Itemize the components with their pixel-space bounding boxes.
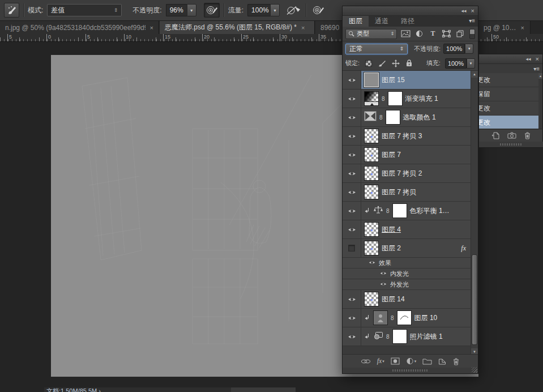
tab-close-icon[interactable]: ×: [301, 24, 305, 31]
layer-visibility-cell[interactable]: [343, 164, 361, 182]
scroll-up-button[interactable]: ▲: [538, 73, 542, 79]
layer-thumbnail[interactable]: [364, 292, 379, 306]
document-tab[interactable]: n.jpg @ 50% (9a482531840dcb535990eef99d9…: [0, 21, 159, 34]
selective-color-icon[interactable]: [364, 111, 377, 123]
layer-row-content[interactable]: 8照片滤镜 1: [361, 327, 471, 346]
tab-close-icon[interactable]: ×: [521, 24, 524, 31]
layer-name[interactable]: 图层 2: [382, 244, 401, 253]
filter-smart-objects-button[interactable]: [455, 29, 465, 39]
lock-transparency-button[interactable]: [364, 59, 373, 68]
close-panel-icon[interactable]: ×: [536, 56, 539, 62]
layer-name[interactable]: 照片滤镜 1: [410, 332, 443, 342]
new-snapshot-button[interactable]: [507, 132, 516, 139]
delete-state-button[interactable]: [524, 131, 531, 139]
blend-mode-select[interactable]: 差值 ⇕: [47, 4, 122, 16]
lock-all-button[interactable]: [405, 59, 414, 68]
filter-pixel-layers-button[interactable]: [400, 29, 411, 39]
layer-row[interactable]: 图层 14: [343, 290, 471, 309]
layer-row-content[interactable]: 图层 15: [361, 71, 471, 89]
flow-value[interactable]: 100%: [247, 4, 270, 16]
layer-row[interactable]: 图层 7 拷贝: [343, 183, 471, 202]
filter-adjustment-layers-button[interactable]: [414, 29, 425, 39]
layer-row[interactable]: 8 图层 10: [343, 309, 471, 327]
layer-row[interactable]: 8渐变填充 1: [343, 90, 471, 108]
layer-row[interactable]: 8照片滤镜 1: [343, 327, 471, 346]
scroll-thumb[interactable]: [472, 254, 477, 345]
layer-row[interactable]: 8色彩平衡 1…: [343, 202, 471, 220]
panel-resize-handle[interactable]: [479, 142, 543, 147]
layer-row[interactable]: 图层 7: [343, 146, 471, 164]
mask-link-icon[interactable]: 8: [391, 315, 394, 321]
layer-row[interactable]: 图层 4: [343, 220, 471, 239]
layer-row-content[interactable]: 图层 14: [361, 290, 471, 308]
layer-name[interactable]: 图层 7 拷贝: [382, 188, 416, 197]
dropdown-button[interactable]: ▾: [465, 44, 473, 54]
panel-menu-icon[interactable]: ▾≡: [533, 66, 540, 72]
layer-row[interactable]: 图层 2fx: [343, 239, 471, 258]
layer-fill-combo[interactable]: 100% ▾: [445, 58, 475, 69]
layer-row-content[interactable]: 8选取颜色 1: [361, 108, 471, 126]
dropdown-button[interactable]: ▾: [270, 4, 280, 16]
link-layers-button[interactable]: [361, 358, 371, 365]
layer-thumbnail[interactable]: [364, 147, 379, 162]
tool-preset-picker[interactable]: [4, 3, 19, 18]
delete-layer-button[interactable]: [452, 357, 460, 365]
opacity-combo[interactable]: 96% ▾: [166, 4, 196, 16]
effect-visibility-toggle[interactable]: [380, 270, 387, 277]
layer-name[interactable]: 图层 7 拷贝 3: [382, 131, 422, 141]
lock-pixels-button[interactable]: [378, 59, 387, 68]
layer-name[interactable]: 图层 15: [382, 75, 405, 85]
panel-tab-channels[interactable]: 通道: [369, 16, 395, 27]
layer-row-content[interactable]: 图层 7 拷贝: [361, 183, 471, 201]
layer-row-content[interactable]: 图层 7: [361, 146, 471, 164]
layer-opacity-combo[interactable]: 100% ▾: [443, 44, 473, 54]
layer-mask-thumbnail[interactable]: [392, 203, 407, 218]
layer-thumbnail[interactable]: [364, 222, 379, 237]
layer-visibility-cell[interactable]: [343, 71, 361, 89]
pressure-size-button[interactable]: [310, 3, 326, 18]
collapse-panel-icon[interactable]: ◂◂: [526, 56, 531, 62]
mask-link-icon[interactable]: 8: [386, 208, 390, 214]
effect-visibility-toggle[interactable]: [369, 259, 375, 266]
layer-name[interactable]: 图层 7 拷贝 2: [382, 169, 422, 178]
panel-tab-layers[interactable]: 图层: [343, 16, 369, 27]
panel-menu-icon[interactable]: ▾≡: [469, 18, 475, 24]
layer-name[interactable]: 色彩平衡 1…: [410, 206, 450, 216]
layer-row-content[interactable]: 8渐变填充 1: [361, 90, 471, 108]
layer-thumbnail[interactable]: [364, 185, 379, 199]
history-state-row[interactable]: 更改: [479, 101, 540, 116]
layer-mask-thumbnail[interactable]: [392, 329, 407, 344]
layer-blend-mode-select[interactable]: 正常 ⇕: [345, 44, 408, 54]
filter-type-layers-button[interactable]: T: [427, 29, 438, 39]
layer-row-content[interactable]: 图层 7 拷贝 3: [361, 127, 471, 145]
history-state-row[interactable]: 保留: [479, 87, 540, 101]
layer-mask-thumbnail[interactable]: [386, 110, 400, 125]
filter-shape-layers-button[interactable]: [441, 29, 452, 39]
layer-thumbnail[interactable]: [373, 310, 388, 325]
layer-visibility-cell[interactable]: [343, 90, 361, 108]
layer-name[interactable]: 图层 14: [382, 295, 405, 304]
panel-resize-handle[interactable]: [343, 368, 478, 373]
panel-tab-paths[interactable]: 路径: [395, 16, 421, 27]
new-document-from-state-button[interactable]: [491, 132, 500, 139]
history-state-row[interactable]: 更改: [479, 73, 540, 87]
layer-row[interactable]: 图层 7 拷贝 2: [343, 164, 471, 183]
layer-visibility-cell[interactable]: [343, 239, 361, 257]
history-state-row[interactable]: 更改: [479, 116, 540, 130]
panel-resize-grip[interactable]: [472, 367, 477, 373]
layer-row-content[interactable]: 图层 2fx: [361, 239, 471, 257]
scroll-up-button[interactable]: ▲: [471, 71, 478, 78]
layer-thumbnail[interactable]: [364, 73, 379, 87]
layer-fill-value[interactable]: 100%: [445, 58, 467, 69]
filter-type-select[interactable]: 类型 ⇕: [345, 29, 397, 39]
layer-visibility-cell[interactable]: [343, 309, 361, 327]
document-tab[interactable]: 恶魔法师.psd @ 55.6% (图层 15, RGB/8#) *×: [160, 21, 315, 34]
layer-name[interactable]: 图层 10: [414, 313, 438, 323]
gradient-fill-thumbnail[interactable]: [364, 91, 379, 106]
layer-name[interactable]: 图层 7: [382, 150, 401, 160]
layer-effect-row[interactable]: 效果: [343, 258, 471, 269]
add-layer-mask-button[interactable]: [391, 357, 400, 365]
layer-visibility-cell[interactable]: [343, 202, 361, 220]
layer-name[interactable]: 选取颜色 1: [403, 113, 436, 122]
layer-row-content[interactable]: 8色彩平衡 1…: [361, 202, 471, 220]
